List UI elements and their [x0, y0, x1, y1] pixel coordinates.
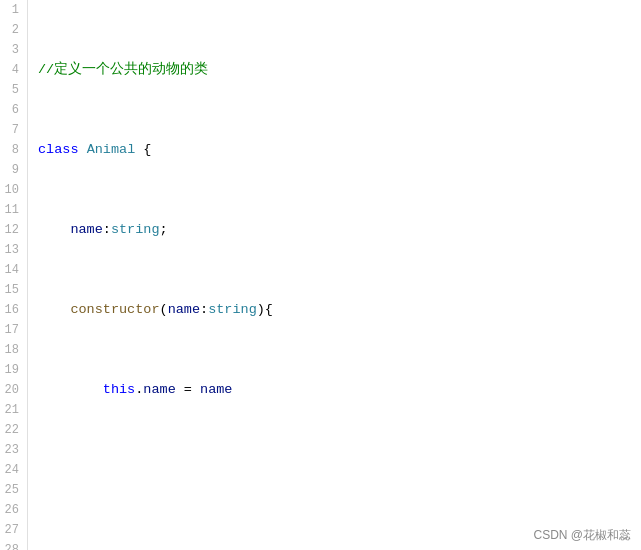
code-line-1: //定义一个公共的动物的类	[38, 60, 641, 80]
code-area: 1 2 3 4 5 6 7 8 9 10 11 12 13 14 15 16 1…	[0, 0, 641, 550]
code-line-4: constructor(name:string){	[38, 300, 641, 320]
code-line-3: name:string;	[38, 220, 641, 240]
line-numbers: 1 2 3 4 5 6 7 8 9 10 11 12 13 14 15 16 1…	[0, 0, 28, 550]
watermark: CSDN @花椒和蕊	[533, 527, 631, 544]
code-line-5: this.name = name	[38, 380, 641, 400]
code-line-2: class Animal {	[38, 140, 641, 160]
code-editor: 1 2 3 4 5 6 7 8 9 10 11 12 13 14 15 16 1…	[0, 0, 641, 550]
code-content[interactable]: //定义一个公共的动物的类 class Animal { name:string…	[28, 0, 641, 550]
code-line-6	[38, 460, 641, 480]
